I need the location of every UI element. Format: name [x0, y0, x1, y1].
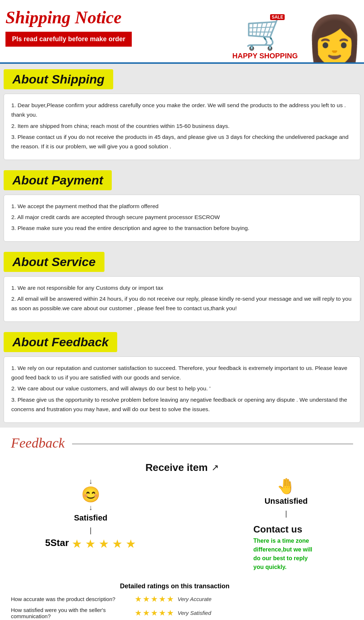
rating-stars-2: ★ ★ ★ ★ ★: [135, 608, 174, 618]
about-payment-section: About Payment 1. We accept the payment m…: [0, 165, 364, 246]
happy-shopping-label: HAPPY SHOPPING: [232, 52, 298, 60]
feedback-header: Feedback: [11, 435, 353, 451]
rating-question-1: How accurate was the product description…: [11, 596, 135, 602]
about-feedback-section: About Feedback 1. We rely on our reputat…: [0, 327, 364, 428]
feedback-list: 1. We rely on our reputation and custome…: [11, 363, 353, 414]
five-star-row: 5Star ★ ★ ★ ★ ★: [45, 537, 136, 551]
star-1-icon: ★: [72, 537, 82, 551]
feedback-divider: [72, 444, 353, 444]
rating-star-icon: ★: [151, 608, 158, 618]
list-item: 1. We accept the payment method that the…: [11, 202, 353, 211]
rating-stars-1: ★ ★ ★ ★ ★: [135, 594, 174, 604]
list-item: 3. Please make sure you read the entire …: [11, 223, 353, 233]
about-shipping-section: About Shipping 1. Dear buyer,Please conf…: [0, 64, 364, 165]
rating-star-icon: ★: [135, 608, 142, 618]
about-payment-box: 1. We accept the payment method that the…: [4, 195, 360, 242]
about-payment-heading: About Payment: [4, 170, 112, 190]
satisfied-label: Satisfied: [74, 513, 107, 523]
shipping-list: 1. Dear buyer,Please confirm your addres…: [11, 101, 353, 152]
rating-star-icon: ★: [135, 594, 142, 604]
detailed-ratings: Detailed ratings on this transaction How…: [11, 582, 353, 620]
unsatisfied-label: Unsatisfied: [265, 496, 308, 506]
rating-star-icon: ★: [167, 594, 174, 604]
header-right: 🛒 SALE HAPPY SHOPPING 👩: [232, 0, 364, 64]
arrow-down-2-icon: ↓: [89, 503, 92, 512]
unsatisfied-path: 🤚 Unsatisfied | Contact us There is a ti…: [253, 477, 319, 572]
about-shipping-heading: About Shipping: [4, 69, 113, 89]
about-service-heading: About Service: [4, 252, 104, 272]
star-3-icon: ★: [99, 537, 109, 551]
rating-star-icon: ★: [167, 608, 174, 618]
rating-star-icon: ★: [143, 608, 150, 618]
list-item: 1. Dear buyer,Please confirm your addres…: [11, 101, 353, 120]
list-item: 2. All email will be answered within 24 …: [11, 294, 353, 313]
star-2-icon: ★: [85, 537, 96, 551]
payment-list: 1. We accept the payment method that the…: [11, 202, 353, 233]
feedback-section: Feedback Receive item ↗ ↓ 😊 ↓ Satisfied …: [0, 428, 364, 620]
rating-text-1: Very Accurate: [178, 596, 211, 602]
arrow-diagonal-icon: ↗: [211, 463, 219, 473]
cart-area: 🛒 SALE HAPPY SHOPPING: [232, 13, 298, 64]
rating-question-2: How satisfied were you with the seller's…: [11, 607, 135, 619]
rating-row-2: How satisfied were you with the seller's…: [11, 607, 353, 619]
receive-item-label: Receive item: [145, 462, 207, 473]
star-4-icon: ★: [112, 537, 123, 551]
star-5-icon: ★: [126, 537, 136, 551]
detailed-ratings-title: Detailed ratings on this transaction: [0, 582, 353, 590]
contact-us-text: There is a time zone difference,but we w…: [253, 537, 319, 572]
contact-us-area: Contact us There is a time zone differen…: [253, 524, 319, 572]
list-item: 2. We care about our value customers, an…: [11, 384, 353, 393]
header-left: Shipping Notice Pls read carefully befor…: [5, 7, 132, 47]
unsatisfied-emoji: 🤚: [277, 477, 296, 495]
page-title: Shipping Notice: [5, 7, 132, 27]
about-shipping-box: 1. Dear buyer,Please confirm your addres…: [4, 94, 360, 160]
rating-text-2: Very Satisfied: [178, 610, 211, 616]
feedback-diagram: Receive item ↗ ↓ 😊 ↓ Satisfied | 5Star ★…: [11, 462, 353, 620]
arrow-down-unsatisfied-icon: |: [285, 510, 287, 518]
about-service-section: About Service 1. We are not responsible …: [0, 246, 364, 327]
feedback-section-title: Feedback: [11, 435, 65, 451]
about-feedback-box: 1. We rely on our reputation and custome…: [4, 356, 360, 423]
about-service-box: 1. We are not responsible for any Custom…: [4, 276, 360, 322]
header: Shipping Notice Pls read carefully befor…: [0, 0, 364, 64]
cart-icon: 🛒 SALE: [245, 13, 285, 52]
rating-row-1: How accurate was the product description…: [11, 594, 353, 604]
about-feedback-heading: About Feedback: [4, 332, 117, 352]
rating-star-icon: ★: [143, 594, 150, 604]
five-star-label: 5Star: [45, 537, 69, 549]
list-item: 2. Item are shipped from china; reach mo…: [11, 121, 353, 131]
receive-item-area: Receive item ↗: [11, 462, 353, 473]
satisfied-emoji: 😊: [81, 486, 100, 503]
rating-star-icon: ★: [159, 594, 166, 604]
satisfied-path: ↓ 😊 ↓ Satisfied | 5Star ★ ★ ★ ★ ★: [45, 477, 136, 551]
list-item: 2. All major credit cards are accepted t…: [11, 212, 353, 222]
list-item: 1. We are not responsible for any Custom…: [11, 283, 353, 293]
contact-us-title: Contact us: [253, 524, 319, 535]
shopping-lady-icon: 👩: [305, 16, 364, 64]
rating-star-icon: ★: [159, 608, 166, 618]
list-item: 3. Please give us the opportunity to res…: [11, 395, 353, 414]
list-item: 3. Please contact us if you do not recei…: [11, 132, 353, 152]
list-item: 1. We rely on our reputation and custome…: [11, 363, 353, 383]
arrow-down-icon: ↓: [89, 477, 92, 486]
service-list: 1. We are not responsible for any Custom…: [11, 283, 353, 313]
arrow-down-3-icon: |: [90, 526, 91, 535]
header-subtitle: Pls read carefully before make order: [5, 32, 132, 47]
rating-star-icon: ★: [151, 594, 158, 604]
